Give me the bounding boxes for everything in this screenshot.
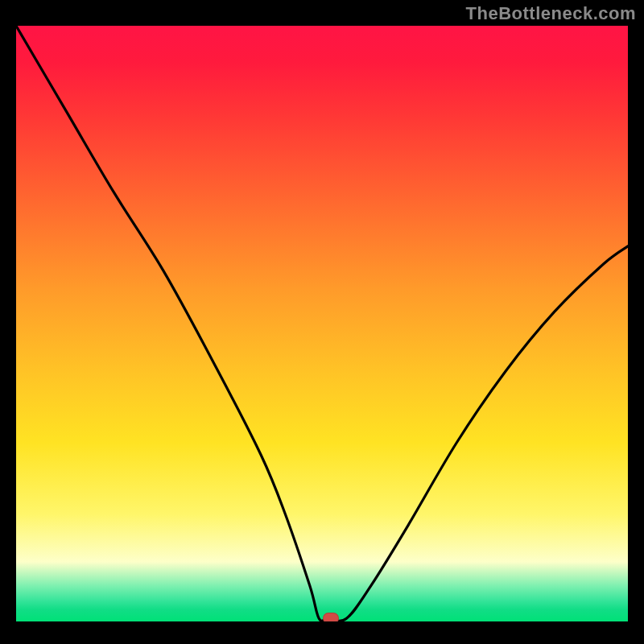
curve-path [16,26,628,621]
attribution-label: TheBottleneck.com [466,3,636,24]
chart-frame: TheBottleneck.com [0,0,644,644]
optimal-point-marker [323,613,339,621]
bottleneck-curve [16,26,628,621]
plot-area [16,26,628,621]
